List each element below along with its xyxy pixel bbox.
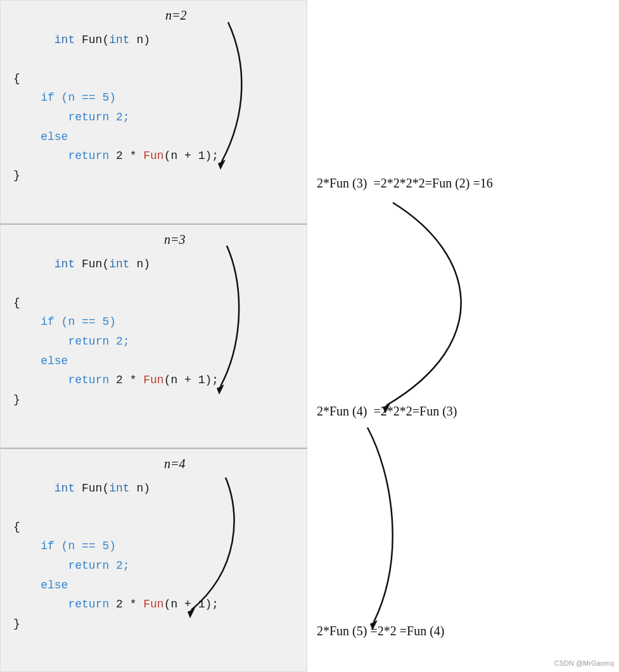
equation-1: 2*Fun (3) =2*2*2*2=Fun (2) =16 (317, 176, 493, 191)
code-line: else (13, 127, 294, 147)
code-line: int Fun(int n) (13, 11, 294, 69)
annotation-n2: n=2 (165, 8, 187, 23)
code-line: return 2; (13, 108, 294, 127)
code-line: } (13, 614, 294, 634)
code-line: int Fun(int n) (13, 235, 294, 293)
code-line: } (13, 390, 294, 410)
code-line: return 2; (13, 556, 294, 576)
code-block-3: int Fun(int n) { if (n == 5) return 2; e… (0, 448, 307, 672)
code-line: } (13, 166, 294, 186)
code-line: else (13, 352, 294, 371)
code-line: return 2 * Fun(n + 1); (13, 371, 294, 390)
equation-3: 2*Fun (5) =2*2 =Fun (4) (317, 624, 444, 638)
code-line: return 2; (13, 332, 294, 352)
code-line: { (13, 517, 294, 537)
equation-2: 2*Fun (4) =2*2*2=Fun (3) (317, 404, 457, 419)
annotation-n3: n=3 (164, 232, 186, 247)
code-line: if (n == 5) (13, 312, 294, 332)
code-line: return 2 * Fun(n + 1); (13, 595, 294, 614)
code-line: if (n == 5) (13, 88, 294, 108)
code-line: return 2 * Fun(n + 1); (13, 146, 294, 166)
annotation-n4: n=4 (164, 457, 186, 471)
code-line: else (13, 576, 294, 595)
code-line: if (n == 5) (13, 536, 294, 556)
code-line: int Fun(int n) (13, 459, 294, 517)
code-block-2: int Fun(int n) { if (n == 5) return 2; e… (0, 224, 307, 448)
code-line: { (13, 69, 294, 89)
right-panel: 2*Fun (3) =2*2*2*2=Fun (2) =16 2*Fun (4)… (310, 0, 619, 672)
code-block-1: int Fun(int n) { if (n == 5) return 2; e… (0, 0, 307, 224)
code-line: { (13, 293, 294, 313)
left-panel: int Fun(int n) { if (n == 5) return 2; e… (0, 0, 307, 672)
watermark: CSDN @MrGaomq (554, 659, 614, 667)
